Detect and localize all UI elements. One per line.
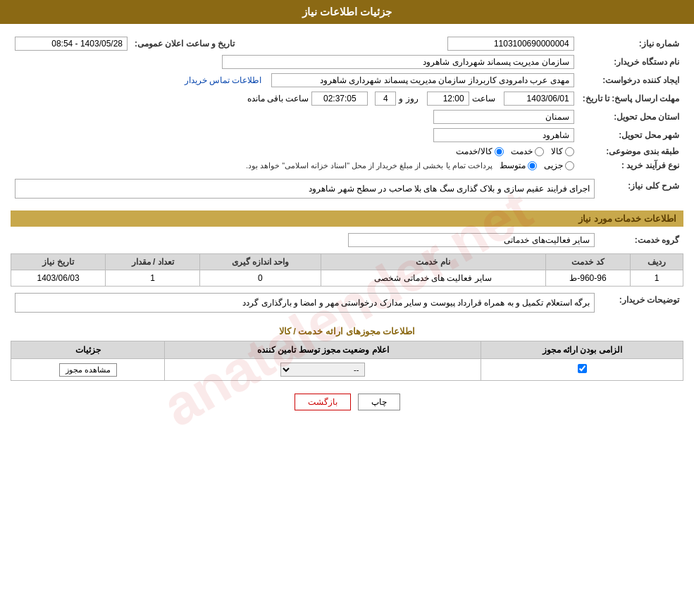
radio-mottasat-input[interactable] [528,161,537,170]
col-vaziat: اعلام وضعیت مجوز توسط تامین کننده [165,341,481,359]
tarikh-value: 1403/06/01 [504,92,574,106]
buyer-notes-label: توضیحات خریدار: [599,291,683,319]
shomare-niaz-value: 1103100690000004 [447,37,574,51]
table-row: --مشاهده مجوز [11,359,683,381]
tarikh-saat-label: تاریخ و ساعت اعلان عمومی: [135,39,235,49]
radio-kala-khedmat[interactable]: کالا/خدمت [456,146,503,156]
noe-farayand-label: نوع فرآیند خرید : [578,158,683,172]
sharh-table: شرح کلی نیاز: اجرای فرایند عقیم سازی و ب… [11,177,683,205]
saat-value: 12:00 [427,92,469,106]
permission-table: الزامی بودن ارائه مجوز اعلام وضعیت مجوز … [11,341,683,381]
radio-khedmat[interactable]: خدمت [511,146,544,156]
mottasat-label: متوسط [500,161,526,170]
mohlat-label: مهلت ارسال پاسخ: تا تاریخ: [578,89,683,108]
page-title: جزئیات اطلاعات نیاز [0,0,694,24]
col-joziyat: جزئیات [11,341,165,359]
tabaqe-label: طبقه بندی موضوعی: [578,144,683,158]
back-button[interactable]: بازگشت [295,394,351,410]
nam-dastgah-value: سازمان مدیریت پسماند شهرداری شاهرود [222,55,574,69]
payment-note: پرداخت تمام یا بخشی از مبلغ خریدار از مح… [246,161,492,170]
ostan-label: استان محل تحویل: [578,108,683,126]
grooh-value: سایر فعالیت‌های خدماتی [348,233,595,247]
elzami-checkbox[interactable] [578,364,587,373]
col-radif: ردیف [631,254,683,270]
eijad-konande-label: ایجاد کننده درخواست: [578,71,683,89]
shahr-value: شاهرود [433,128,574,142]
col-kod: کد خدمت [545,254,631,270]
tarikh-saat-value: 1403/05/28 - 08:54 [15,37,128,51]
grooh-table: گروه خدمت: سایر فعالیت‌های خدماتی [11,231,683,249]
bottom-buttons: چاپ بازگشت [11,394,683,410]
buyer-notes-table: توضیحات خریدار: برگه استعلام تکمیل و به … [11,291,683,319]
radio-kala[interactable]: کالا [551,146,574,156]
col-tarikh: تاریخ نیاز [11,254,106,270]
eijad-konande-value: مهدی عرب دامرودی کاربرداز سازمان مدیریت … [271,73,574,87]
radio-khedmat-input[interactable] [535,147,544,156]
main-content: شماره نیاز: 1103100690000004 تاریخ و ساع… [0,31,694,414]
ostan-value: سمنان [433,110,574,124]
col-vahed: واحد اندازه گیری [200,254,321,270]
countdown-value: 02:37:05 [311,92,368,106]
sharh-description: اجرای فرایند عقیم سازی و بلاک گذاری سگ ه… [15,179,595,199]
khedmat-label: خدمت [511,146,533,156]
mojavez-title: اطلاعات مجوزهای ارائه خدمت / کالا [11,326,683,337]
sharh-label: شرح کلی نیاز: [599,177,683,205]
view-permit-button[interactable]: مشاهده مجوز [59,363,117,377]
buyer-notes-text: برگه استعلام تکمیل و به همراه قرارداد پی… [242,298,590,308]
shomare-niaz-label: شماره نیاز: [578,34,683,53]
tamase-khardar-link[interactable]: اطلاعات تماس خریدار [185,75,262,85]
rooz-label: روز و [399,94,418,103]
print-button[interactable]: چاپ [358,394,400,410]
grooh-label: گروه خدمت: [599,231,683,249]
page-container: anatalender.net جزئیات اطلاعات نیاز شمار… [0,0,694,616]
radio-kala-input[interactable] [565,147,574,156]
shahr-label: شهر محل تحویل: [578,126,683,144]
radio-kala-khedmat-input[interactable] [495,147,504,156]
col-name: نام خدمت [321,254,545,270]
table-row: 1960-96-طسایر فعالیت های خدماتی شخصی0114… [11,270,683,287]
saat-label: ساعت [472,94,495,103]
radio-jezyi-input[interactable] [565,161,574,170]
radio-mottasat[interactable]: متوسط [500,161,537,170]
services-table: ردیف کد خدمت نام خدمت واحد اندازه گیری ت… [11,253,683,287]
col-tedad: تعداد / مقدار [106,254,200,270]
col-elzami: الزامی بودن ارائه مجوز [481,341,683,359]
vaziat-select[interactable]: -- [280,363,365,377]
info-table: شماره نیاز: 1103100690000004 تاریخ و ساع… [11,34,683,172]
khedamat-section-title: اطلاعات خدمات مورد نیاز [11,210,683,227]
kala-label: کالا [551,146,563,156]
buyer-notes-value: برگه استعلام تکمیل و به همراه قرارداد پی… [15,293,595,313]
jezyi-label: جزیی [544,161,563,170]
kala-khedmat-label: کالا/خدمت [456,146,492,156]
countdown-label: ساعت باقی مانده [247,94,309,103]
nam-dastgah-label: نام دستگاه خریدار: [578,53,683,71]
rooz-value: 4 [375,92,396,106]
sharh-value: اجرای فرایند عقیم سازی و بلاک گذاری سگ ه… [309,184,590,194]
radio-jezyi[interactable]: جزیی [544,161,574,170]
